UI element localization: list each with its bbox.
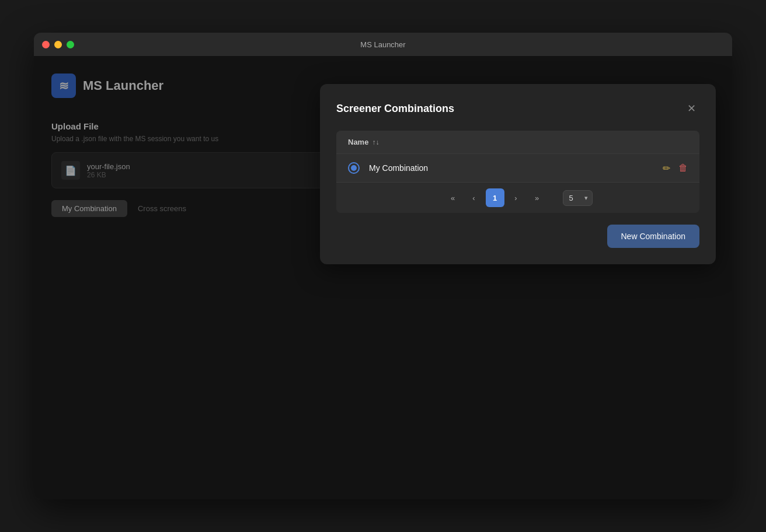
modal-title: Screener Combinations — [336, 103, 454, 115]
close-button[interactable]: ✕ — [683, 100, 699, 117]
new-combination-button[interactable]: New Combination — [607, 225, 700, 248]
table-row: My Combination ✏ 🗑 — [336, 153, 699, 182]
prev-page-button[interactable]: ‹ — [465, 188, 483, 207]
modal-overlay: Screener Combinations ✕ Name ↑↓ — [34, 56, 732, 499]
sort-icon[interactable]: ↑↓ — [372, 138, 379, 146]
screener-combinations-modal: Screener Combinations ✕ Name ↑↓ — [320, 84, 716, 264]
row-actions: ✏ 🗑 — [663, 163, 688, 174]
traffic-lights — [42, 41, 74, 48]
edit-icon[interactable]: ✏ — [663, 163, 670, 174]
app-window: MS Launcher ≋ MS Launcher Upload File Up… — [34, 33, 732, 499]
combinations-table: Name ↑↓ My Combination ✏ 🗑 — [336, 131, 699, 213]
first-page-button[interactable]: « — [444, 188, 462, 207]
next-page-button[interactable]: › — [507, 188, 525, 207]
row-name: My Combination — [369, 163, 653, 173]
page-size-select-wrapper: 5 10 20 50 — [556, 190, 593, 206]
title-bar: MS Launcher — [34, 33, 732, 56]
app-body: ≋ MS Launcher Upload File Upload a .json… — [34, 56, 732, 499]
current-page-button[interactable]: 1 — [486, 188, 504, 207]
page-size-select[interactable]: 5 10 20 50 — [563, 190, 593, 206]
last-page-button[interactable]: » — [528, 188, 546, 207]
close-traffic-light[interactable] — [42, 41, 50, 48]
pagination: « ‹ 1 › » 5 10 20 50 — [336, 182, 699, 213]
delete-icon[interactable]: 🗑 — [678, 163, 688, 173]
row-radio-button[interactable] — [348, 162, 360, 174]
maximize-traffic-light[interactable] — [67, 41, 74, 48]
table-header: Name ↑↓ — [336, 131, 699, 153]
modal-header: Screener Combinations ✕ — [336, 100, 699, 117]
minimize-traffic-light[interactable] — [54, 41, 62, 48]
radio-inner — [351, 165, 357, 171]
name-column-header: Name — [348, 138, 368, 146]
window-title: MS Launcher — [360, 40, 405, 49]
button-row: New Combination — [336, 225, 699, 248]
